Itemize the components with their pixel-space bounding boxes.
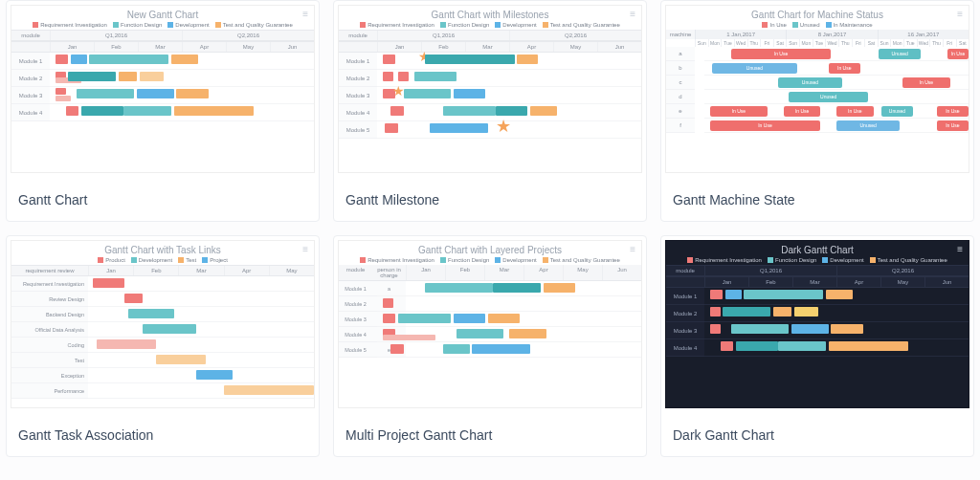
menu-icon[interactable]: ≡: [302, 10, 308, 19]
thumbnail: Gantt Chart with Task Links ≡ Product De…: [7, 236, 319, 412]
chart-title: Gantt Chart for Machine Status ≡: [666, 6, 969, 22]
chart-title: New Gantt Chart ≡: [11, 6, 314, 22]
chart-title: Gantt Chart with Layered Projects ≡: [339, 241, 641, 257]
card-title: Gantt Task Association: [7, 412, 319, 447]
chart-title: Dark Gantt Chart ≡: [666, 241, 969, 257]
card-title: Multi Project Gantt Chart: [334, 412, 646, 447]
card-gantt-chart[interactable]: New Gantt Chart ≡ Requirement Investigat…: [6, 0, 320, 222]
card-title: Gantt Milestone: [334, 177, 646, 211]
legend: Requirement Investigation Function Desig…: [339, 22, 641, 30]
chart-title: Gantt Chart with Task Links ≡: [11, 241, 314, 257]
card-gantt-milestone[interactable]: Gantt Chart with Milestones ≡ Requiremen…: [333, 0, 647, 222]
card-title: Gantt Machine State: [661, 177, 973, 211]
thumbnail: Gantt Chart with Layered Projects ≡ Requ…: [334, 236, 646, 412]
menu-icon[interactable]: ≡: [302, 245, 308, 254]
menu-icon[interactable]: ≡: [630, 245, 635, 254]
legend: Requirement Investigation Function Desig…: [11, 22, 314, 30]
card-title: Gantt Chart: [7, 177, 319, 211]
card-title: Dark Gantt Chart: [661, 412, 973, 447]
card-dark-gantt[interactable]: Dark Gantt Chart ≡ Requirement Investiga…: [660, 235, 974, 457]
legend: In Use Unused In Maintenance: [666, 22, 969, 30]
legend: Requirement Investigation Function Desig…: [339, 257, 641, 265]
menu-icon[interactable]: ≡: [957, 10, 963, 19]
thumbnail: Gantt Chart for Machine Status ≡ In Use …: [661, 1, 973, 177]
thumbnail: Dark Gantt Chart ≡ Requirement Investiga…: [661, 236, 973, 412]
legend: Product Development Test Project: [11, 257, 314, 265]
gallery-grid: New Gantt Chart ≡ Requirement Investigat…: [6, 0, 974, 457]
legend: Requirement Investigation Function Desig…: [666, 257, 969, 265]
card-gantt-machine-state[interactable]: Gantt Chart for Machine Status ≡ In Use …: [660, 0, 974, 222]
menu-icon[interactable]: ≡: [630, 10, 635, 19]
thumbnail: New Gantt Chart ≡ Requirement Investigat…: [7, 1, 319, 177]
milestone-star-icon: ★: [392, 84, 405, 98]
thumbnail: Gantt Chart with Milestones ≡ Requiremen…: [334, 1, 646, 177]
card-multi-project-gantt[interactable]: Gantt Chart with Layered Projects ≡ Requ…: [333, 235, 647, 457]
milestone-star-icon: ★: [496, 119, 511, 136]
chart-title: Gantt Chart with Milestones ≡: [339, 6, 641, 22]
menu-icon[interactable]: ≡: [957, 245, 963, 254]
card-gantt-task-association[interactable]: Gantt Chart with Task Links ≡ Product De…: [6, 235, 320, 457]
